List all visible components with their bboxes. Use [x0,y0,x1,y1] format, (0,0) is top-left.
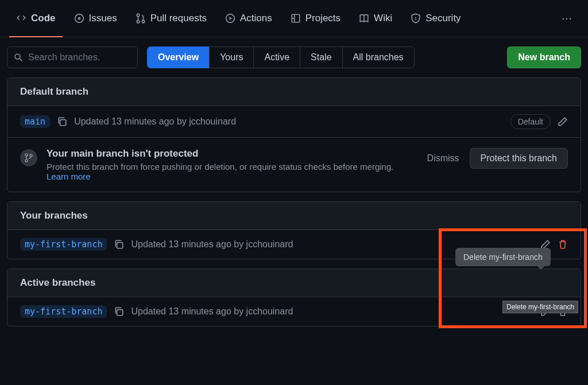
learn-more-link[interactable]: Learn more [47,172,91,181]
delete-tooltip: Delete my-first-branch [455,248,551,266]
copy-icon[interactable] [114,306,124,317]
svg-point-9 [15,54,20,59]
code-icon [16,13,26,24]
warn-desc-text: Protect this branch from force pushing o… [47,162,393,172]
tab-issues[interactable]: Issues [67,8,124,29]
branch-icon-circle [20,149,37,166]
warn-text: Your main branch isn't protected Protect… [47,148,418,181]
tab-wiki[interactable]: Wiki [352,8,399,29]
update-text: Updated 13 minutes ago by jcchouinard [74,116,236,127]
branch-chip-main[interactable]: main [20,115,50,128]
search-icon [14,53,23,62]
copy-icon[interactable] [57,116,67,127]
active-branch-row: my-first-branch Updated 13 minutes ago b… [7,297,581,326]
trash-icon[interactable] [558,239,568,250]
branch-chip-active[interactable]: my-first-branch [20,305,107,318]
branch-filter-tabs: Overview Yours Active Stale All branches [147,46,415,68]
default-branch-header: Default branch [7,78,581,106]
dismiss-button[interactable]: Dismiss [427,153,459,164]
warn-actions: Dismiss Protect this branch [427,148,568,169]
native-tooltip: Delete my-first-branch [502,301,578,313]
default-badge: Default [510,114,551,129]
pencil-icon[interactable] [558,116,568,127]
git-branch-icon [24,153,33,162]
update-text: Updated 13 minutes ago by jcchouinard [131,239,293,250]
tab-pulls-label: Pull requests [150,13,207,24]
search-input[interactable] [7,46,138,68]
tab-projects-label: Projects [305,13,341,24]
active-branches-panel: Active branches my-first-branch Updated … [7,269,581,326]
tab-actions[interactable]: Actions [218,8,279,29]
tab-code-label: Code [31,13,56,24]
svg-point-7 [415,17,416,18]
update-text: Updated 13 minutes ago by jcchouinard [131,306,293,317]
tab-wiki-label: Wiki [374,13,392,24]
svg-point-1 [78,17,80,20]
search-wrap [7,46,138,68]
more-menu[interactable]: ··· [555,9,579,28]
repo-nav: Code Issues Pull requests Actions Projec… [0,0,588,37]
tab-actions-label: Actions [240,13,272,24]
book-icon [359,13,369,24]
warn-desc: Protect this branch from force pushing o… [47,162,418,181]
svg-rect-15 [117,310,123,316]
active-branches-header: Active branches [7,269,581,297]
svg-point-11 [25,154,28,156]
tab-code[interactable]: Code [9,8,63,29]
filter-overview[interactable]: Overview [147,46,210,68]
svg-point-2 [137,14,140,17]
svg-rect-10 [60,120,66,126]
copy-icon[interactable] [114,239,124,250]
svg-point-12 [25,160,28,162]
svg-point-3 [137,20,140,23]
tab-security[interactable]: Security [404,8,467,29]
tab-projects[interactable]: Projects [284,8,347,29]
protect-branch-button[interactable]: Protect this branch [470,148,568,169]
issues-icon [74,13,84,24]
svg-point-4 [142,20,145,23]
warn-title: Your main branch isn't protected [47,148,418,160]
branch-chip-mine[interactable]: my-first-branch [20,238,107,251]
default-branch-row: main Updated 13 minutes ago by jcchouina… [7,106,581,137]
pull-request-icon [136,13,146,24]
tab-security-label: Security [425,13,461,24]
new-branch-button[interactable]: New branch [507,46,581,68]
shield-icon [411,13,421,24]
protection-warning: Your main branch isn't protected Protect… [7,137,581,192]
svg-point-13 [30,154,32,157]
svg-rect-8 [416,18,416,20]
svg-rect-14 [117,243,123,248]
tab-issues-label: Issues [89,13,117,24]
filter-active[interactable]: Active [253,46,300,68]
tab-pulls[interactable]: Pull requests [129,8,214,29]
filter-all[interactable]: All branches [342,46,415,68]
projects-icon [291,13,301,24]
branches-toolbar: Overview Yours Active Stale All branches… [0,37,588,77]
play-icon [225,13,235,24]
filter-yours[interactable]: Yours [209,46,254,68]
your-branches-header: Your branches [7,202,581,230]
default-branch-panel: Default branch main Updated 13 minutes a… [7,77,581,192]
filter-stale[interactable]: Stale [300,46,342,68]
